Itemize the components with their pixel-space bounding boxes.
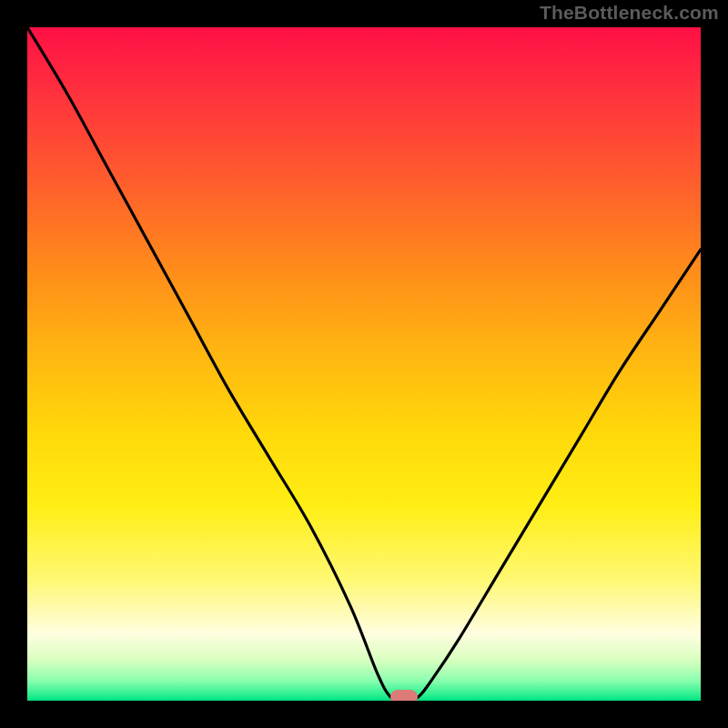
chart-stage: TheBottleneck.com xyxy=(0,0,728,728)
bottleneck-curve-path xyxy=(27,27,701,701)
optimum-marker xyxy=(390,690,418,701)
plot-area xyxy=(27,27,701,701)
attribution-text: TheBottleneck.com xyxy=(540,2,719,24)
curve-svg xyxy=(27,27,701,701)
